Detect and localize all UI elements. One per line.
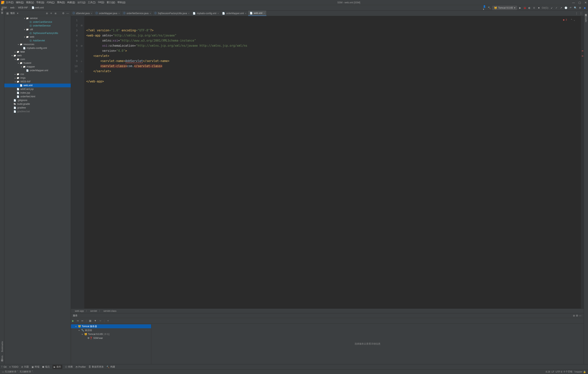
tree-row[interactable]: ▾web [4, 35, 71, 39]
tool-tab-structure[interactable]: 结构 [0, 363, 3, 364]
tree-row[interactable]: 📄mybatis-config.xml [4, 46, 71, 50]
menu-item[interactable]: 帮助(H) [117, 1, 126, 4]
close-tab-icon[interactable]: × [91, 12, 92, 14]
tree-row[interactable]: ▾resources [4, 43, 71, 46]
tree-row[interactable]: ▾util [4, 28, 71, 31]
editor-tab[interactable]: 📄mybatis-config.xml× [191, 11, 220, 16]
close-icon[interactable]: ✕ [585, 1, 587, 4]
tree-expand-icon[interactable]: ⇥ [76, 319, 79, 322]
crumb-item[interactable]: servlet-class [103, 310, 116, 312]
chevron-down-icon[interactable]: ▾ [16, 12, 19, 15]
menu-item[interactable]: 文件(F) [6, 1, 13, 4]
tree-row[interactable]: ▾huawei [4, 61, 71, 65]
editor-tab[interactable]: 📄web.xml× [248, 11, 267, 16]
run-icon[interactable]: ▶ [72, 319, 74, 322]
collapse-all-icon[interactable]: ≣ [54, 12, 57, 15]
editor-tab[interactable]: ⒿSqlSessionFactoryUtils.java× [153, 11, 191, 16]
locate-icon[interactable]: ⊕ [572, 314, 576, 317]
tree-row[interactable]: ▾com [4, 57, 71, 61]
tree-row[interactable]: 📄index.jsp [4, 91, 71, 95]
tool-tab-build[interactable]: 🔨构建 [106, 365, 115, 369]
indent-info[interactable]: 4 个空格 [564, 370, 573, 374]
tree-row[interactable]: ⒸorderCardService [4, 20, 71, 24]
run-icon[interactable]: ▶ [518, 6, 522, 10]
menu-item[interactable]: 运行(U) [77, 1, 85, 4]
code-editor[interactable]: ●3 ⌃ ⌄ <?xml version="1.0" encoding="UTF… [84, 16, 581, 308]
tree-row[interactable]: ▸test [4, 50, 71, 54]
project-tree[interactable]: ▾serviceⒸorderCardServiceⒸorderNetServic… [4, 16, 71, 364]
tree-row[interactable]: ▾service [4, 16, 71, 20]
tool-tab-notifications[interactable]: 通知 [585, 363, 588, 364]
tree-row[interactable]: ▾WEB-INF [4, 80, 71, 84]
git-commit-icon[interactable]: ✓ [555, 6, 558, 10]
error-stripe[interactable] [581, 16, 584, 308]
tree-collapse-icon[interactable]: ⇤ [81, 319, 84, 322]
error-indicator[interactable]: ●3 ⌃ ⌄ [563, 17, 575, 22]
close-tab-icon[interactable]: × [150, 12, 151, 14]
tool-tab-project[interactable]: 项目 [0, 11, 3, 13]
git-update-icon[interactable]: ↙ [550, 6, 554, 10]
line-separator[interactable]: LF [552, 371, 554, 373]
tree-row[interactable]: ▾web [4, 54, 71, 57]
tree-row[interactable]: 📄addCard.jsp [4, 87, 71, 91]
add-icon[interactable]: + [106, 319, 110, 322]
close-tab-icon[interactable]: × [218, 12, 219, 14]
menu-item[interactable]: 代码(C) [47, 1, 55, 4]
tree-row[interactable]: ▾mapper [4, 65, 71, 69]
crumb-item[interactable]: servlet [90, 310, 97, 312]
menu-item[interactable]: 重构(R) [57, 1, 65, 4]
menu-item[interactable]: Git(G) [98, 1, 104, 4]
tool-tab-services[interactable]: ▶服务 [52, 365, 62, 369]
tree-row[interactable]: 📄web.xml [4, 84, 71, 87]
tree-row[interactable]: ▸imgs [4, 76, 71, 80]
tool-tab-dbchanges[interactable]: 🗄数据库更改 [89, 365, 104, 369]
file-encoding[interactable]: UTF-8 [556, 371, 562, 373]
group-icon[interactable]: ⎃ [99, 319, 102, 322]
close-tab-icon[interactable]: × [245, 12, 246, 14]
lock-icon[interactable]: 🔒 [583, 371, 586, 373]
tree-row[interactable]: ⒸSqlSessionFactoryUtils [4, 31, 71, 35]
crumb-item[interactable]: web-app [75, 310, 84, 312]
menu-item[interactable]: 窗口(W) [107, 1, 115, 4]
tool-tab-todo[interactable]: ≡TODO [9, 365, 18, 368]
user-icon[interactable]: 👤▾ [483, 6, 486, 10]
debug-icon[interactable]: 🐞 [523, 6, 526, 10]
services-tree[interactable]: ▾ 🐱 Tomcat 服务器 ▾ 🔧 未启动 ▾ 🐱 Tomcat 9.0.65… [71, 324, 151, 364]
tree-row[interactable]: 📄gradlew.bat [4, 110, 71, 113]
editor-tab[interactable]: ⒿdServlet.java× [71, 11, 94, 16]
profile-icon[interactable]: ⊙ [532, 6, 536, 10]
tool-tab-profiler[interactable]: ◔Profiler [75, 365, 86, 368]
services-tree-leaf[interactable]: ⚙❓ SSM:war [71, 336, 151, 340]
locate-icon[interactable]: ⊕ [45, 12, 48, 15]
coverage-icon[interactable]: ◐ [528, 6, 531, 10]
tool-tab-database[interactable]: 数据库 [585, 11, 588, 13]
editor-tab[interactable]: ⒿorderNetService.java× [122, 11, 153, 16]
tree-row[interactable]: 📄orderNet.html [4, 95, 71, 99]
tool-tab-gradle[interactable]: Gradle [585, 15, 587, 23]
panel-settings-icon[interactable]: ⚙ [576, 314, 578, 317]
tool-tab-endpoints[interactable]: ⬢端点 [42, 365, 50, 369]
tool-tab-deps[interactable]: ⬡依赖 [65, 365, 73, 369]
menu-item[interactable]: 编辑(E) [16, 1, 24, 4]
panel-settings-icon[interactable]: ⚙ [62, 12, 65, 15]
search-icon[interactable]: 🔍 [574, 6, 577, 10]
services-tree-node[interactable]: ▾ 🐱 Tomcat 9.0.65 [本地] [71, 332, 151, 336]
services-tree-node[interactable]: ▾ 🔧 未启动 [71, 328, 151, 332]
maximize-icon[interactable]: ▢ [578, 1, 581, 4]
git-branch[interactable]: master [575, 371, 583, 373]
git-history-icon[interactable]: 🕑 [564, 6, 568, 10]
tree-row[interactable]: ⒸAddServlet [4, 39, 71, 43]
editor-tab[interactable]: ⒿorderMapper.java× [94, 11, 122, 16]
grid-icon[interactable]: ▦ [89, 319, 92, 322]
filter-icon[interactable]: ▼ [94, 319, 97, 322]
expand-all-icon[interactable]: ≡ [50, 12, 53, 15]
git-rollback-icon[interactable]: ↶ [569, 6, 572, 10]
tool-tab-bookmarks[interactable]: Bookmarks [1, 341, 3, 353]
tree-row[interactable]: 📄gradlew [4, 106, 71, 110]
tool-tab-web[interactable]: Web [1, 355, 3, 361]
menu-item[interactable]: 工具(T) [88, 1, 95, 4]
close-tab-icon[interactable]: × [188, 12, 189, 14]
hide-panel-icon[interactable]: — [66, 12, 69, 15]
fold-gutter[interactable]: ⊟⊟⊥⊥ [79, 16, 84, 308]
build-hammer-icon[interactable]: 🔨 [488, 6, 491, 10]
